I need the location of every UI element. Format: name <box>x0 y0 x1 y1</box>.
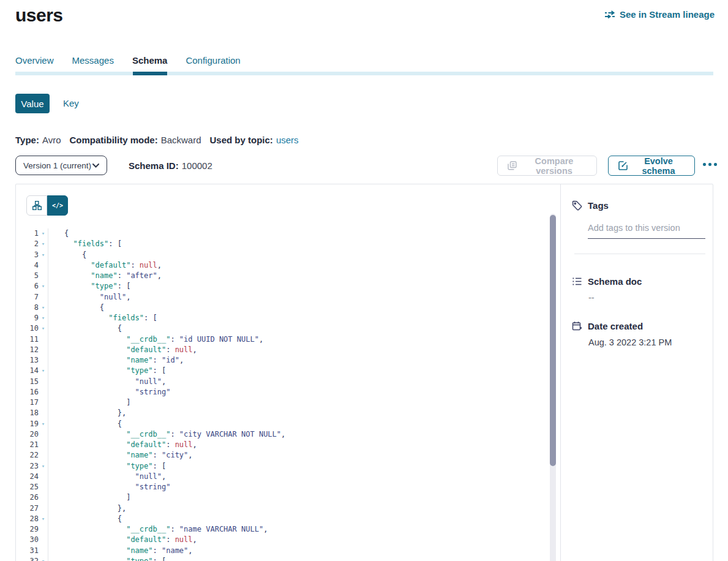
fold-arrow-icon[interactable]: ▾ <box>39 514 48 524</box>
fold-arrow-icon <box>39 345 48 355</box>
code-line: 32▾ "type": [ <box>16 556 547 561</box>
see-in-stream-lineage-link[interactable]: See in Stream lineage <box>604 9 715 20</box>
line-number: 28 <box>16 514 39 524</box>
fold-arrow-icon[interactable]: ▾ <box>39 461 48 472</box>
code-line: 19▾ { <box>16 419 547 429</box>
code-text: "string" <box>48 482 170 492</box>
line-number: 10 <box>16 323 39 334</box>
tab-schema[interactable]: Schema <box>132 55 168 66</box>
compat-label: Compatibility mode: <box>69 135 157 145</box>
code-line: 10▾ { <box>16 323 547 334</box>
code-line: 14▾ "type": [ <box>16 366 547 376</box>
code-line: 5 "name": "after", <box>16 271 547 281</box>
code-line: 8▾ { <box>16 303 547 313</box>
code-text: ] <box>48 492 130 503</box>
fold-arrow-icon <box>39 292 48 303</box>
tags-heading-row: Tags <box>572 200 713 211</box>
code-line: 29 "__crdb__": "name VARCHAR NULL", <box>16 524 547 535</box>
fold-arrow-icon <box>39 440 48 450</box>
code-text: "__crdb__": "name VARCHAR NULL", <box>48 524 268 535</box>
chevron-down-icon <box>92 164 99 168</box>
code-line: 16 "string" <box>16 387 547 397</box>
topic-label: Used by topic: <box>210 135 273 145</box>
schema-meta-row: Type: Avro Compatibility mode: Backward … <box>15 135 299 145</box>
evolve-schema-button[interactable]: Evolve schema <box>608 156 695 176</box>
code-line: 2▾ "fields": [ <box>16 239 547 249</box>
code-line: 24 "null", <box>16 472 547 482</box>
topic-link[interactable]: users <box>276 135 299 145</box>
code-text: "null", <box>48 292 130 303</box>
line-number: 18 <box>16 408 39 418</box>
code-line: 20 "__crdb__": "city VARCHAR NOT NULL", <box>16 429 547 440</box>
line-number: 22 <box>16 450 39 461</box>
fold-arrow-icon <box>39 535 48 545</box>
code-view-button[interactable]: </> <box>47 195 68 216</box>
code-text: "string" <box>48 387 170 397</box>
fold-arrow-icon <box>39 334 48 345</box>
fold-arrow-icon[interactable]: ▾ <box>39 281 48 292</box>
fold-arrow-icon[interactable]: ▾ <box>39 323 48 334</box>
line-number: 7 <box>16 292 39 303</box>
line-number: 24 <box>16 472 39 482</box>
line-number: 30 <box>16 535 39 545</box>
date-created-heading-row: Date created <box>572 321 713 331</box>
fold-arrow-icon[interactable]: ▾ <box>39 313 48 323</box>
code-text: { <box>48 419 122 429</box>
fold-arrow-icon <box>39 397 48 408</box>
schema-panel: </> 1▾{2▾ "fields": [3▾ {4 "default": nu… <box>15 184 713 561</box>
value-toggle-button[interactable]: Value <box>15 94 50 113</box>
code-line: 1▾{ <box>16 228 547 239</box>
type-label: Type: <box>15 135 39 145</box>
fold-arrow-icon[interactable]: ▾ <box>39 303 48 313</box>
code-text: "default": null, <box>48 440 197 450</box>
tab-overview[interactable]: Overview <box>15 55 54 66</box>
code-line: 18 }, <box>16 408 547 418</box>
editor-scrollbar-thumb[interactable] <box>550 215 556 466</box>
fold-arrow-icon <box>39 524 48 535</box>
tab-underline-active <box>133 72 167 75</box>
code-text: "fields": [ <box>48 313 157 323</box>
code-text: { <box>48 514 122 524</box>
version-select[interactable]: Version 1 (current) <box>15 156 107 175</box>
fold-arrow-icon[interactable]: ▾ <box>39 250 48 260</box>
tab-messages[interactable]: Messages <box>72 55 114 66</box>
editor-scrollbar-track[interactable] <box>550 214 556 561</box>
list-icon <box>572 276 582 287</box>
line-number: 6 <box>16 281 39 292</box>
code-text: "type": [ <box>48 366 166 376</box>
code-text: "type": [ <box>48 556 166 561</box>
code-text: "default": null, <box>48 345 197 355</box>
code-line: 12 "default": null, <box>16 345 547 355</box>
fold-arrow-icon[interactable]: ▾ <box>39 419 48 429</box>
code-line: 28▾ { <box>16 514 547 524</box>
code-line: 3▾ { <box>16 250 547 260</box>
add-tags-input[interactable] <box>588 223 705 239</box>
edit-icon <box>618 161 628 170</box>
fold-arrow-icon[interactable]: ▾ <box>39 228 48 239</box>
fold-arrow-icon[interactable]: ▾ <box>39 366 48 376</box>
line-number: 11 <box>16 334 39 345</box>
fold-arrow-icon[interactable]: ▾ <box>39 556 48 561</box>
code-line: 4 "default": null, <box>16 260 547 271</box>
fold-arrow-icon <box>39 271 48 281</box>
tree-view-button[interactable] <box>26 195 47 216</box>
code-text: { <box>48 323 122 334</box>
date-created-value: Aug. 3 2022 3:21 PM <box>588 337 713 347</box>
schema-doc-heading-row: Schema doc <box>572 276 713 287</box>
compare-versions-button[interactable]: Compare versions <box>497 156 597 176</box>
fold-arrow-icon[interactable]: ▾ <box>39 239 48 249</box>
code-text: "__crdb__": "id UUID NOT NULL", <box>48 334 263 345</box>
tab-configuration[interactable]: Configuration <box>186 55 240 66</box>
line-number: 13 <box>16 355 39 366</box>
code-text: "name": "id", <box>48 355 184 366</box>
line-number: 8 <box>16 303 39 313</box>
fold-arrow-icon <box>39 546 48 556</box>
line-number: 31 <box>16 546 39 556</box>
schema-code-editor[interactable]: 1▾{2▾ "fields": [3▾ {4 "default": null,5… <box>16 228 547 561</box>
line-number: 9 <box>16 313 39 323</box>
code-line: 17 ] <box>16 397 547 408</box>
fold-arrow-icon <box>39 503 48 514</box>
more-options-button[interactable] <box>703 163 717 166</box>
key-toggle-button[interactable]: Key <box>63 98 79 108</box>
code-line: 21 "default": null, <box>16 440 547 450</box>
